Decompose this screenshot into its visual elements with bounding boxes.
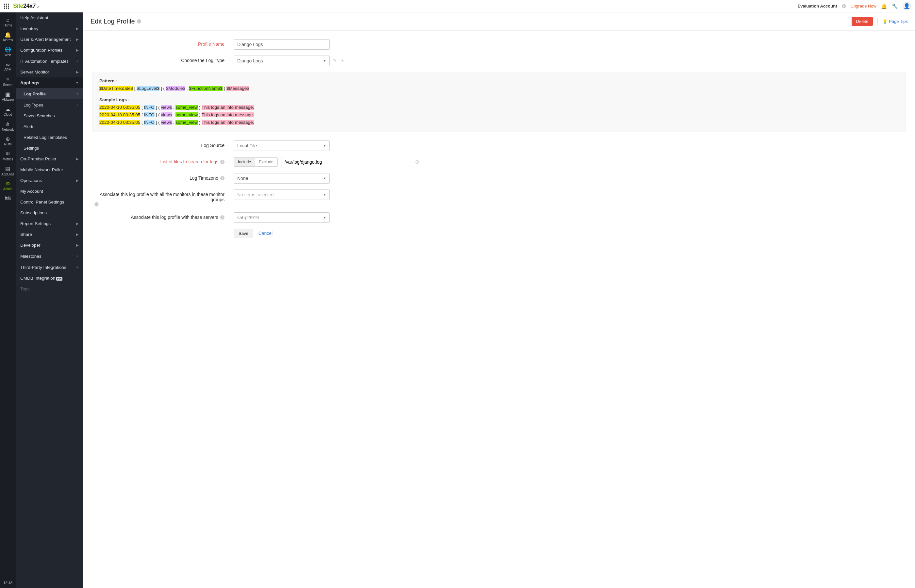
add-file-icon[interactable]: ⊕	[415, 159, 419, 165]
chevron-right-icon: ▶	[76, 27, 79, 31]
sidebar-item-it-automation-templates[interactable]: IT Automation Templates+	[16, 55, 83, 67]
info-icon[interactable]: i	[220, 160, 225, 164]
log-source-label: Log Source	[92, 141, 234, 148]
files-label: List of files to search for logsi	[92, 157, 234, 164]
sidebar-item-help-assistant[interactable]: Help Assistant	[16, 13, 83, 23]
sidebar-item-report-settings[interactable]: Report Settings▶	[16, 218, 83, 229]
sidebar-item-milestones[interactable]: Milestones+	[16, 250, 83, 262]
add-icon[interactable]: +	[76, 254, 79, 259]
sidebar-item-on-premise-poller[interactable]: On-Premise Poller▶	[16, 153, 83, 164]
info-icon[interactable]: i	[220, 176, 225, 180]
chevron-right-icon: ▶	[76, 48, 79, 52]
rail-server[interactable]: ≡Server	[1, 74, 14, 89]
timezone-label: Log Timezonei	[92, 173, 234, 181]
clock: 12:48	[3, 578, 13, 588]
rail-applogs[interactable]: ▤AppLogs	[1, 163, 14, 178]
edit-icon[interactable]: ✎	[333, 58, 337, 64]
sidebar-item-saved-searches[interactable]: Saved Searches	[16, 110, 83, 121]
chevron-right-icon: ▶	[76, 222, 79, 225]
add-icon[interactable]: ＋	[340, 58, 345, 64]
sidebar-item-control-panel-settings[interactable]: Control Panel Settings	[16, 197, 83, 207]
notifications-icon[interactable]: 🔔	[881, 3, 887, 9]
profile-name-input[interactable]	[234, 39, 330, 50]
sidebar-item-subscriptions[interactable]: Subscriptions	[16, 207, 83, 218]
include-exclude-toggle[interactable]: Include Exclude	[234, 157, 278, 166]
log-type-label: Choose the Log Type	[92, 55, 234, 63]
vmware-icon: ▣	[5, 92, 10, 97]
sidebar-item-operations[interactable]: Operations▶	[16, 175, 83, 186]
sidebar-item-cmdb-integration[interactable]: CMDB IntegrationPvt	[16, 273, 83, 284]
upgrade-link[interactable]: Upgrade Now	[850, 3, 877, 8]
sidebar-item-user-alert-management[interactable]: User & Alert Management▶	[16, 34, 83, 45]
save-button[interactable]: Save	[234, 229, 253, 238]
sidebar-item-my-account[interactable]: My Account	[16, 186, 83, 197]
add-icon[interactable]: +	[76, 91, 79, 96]
log-source-select[interactable]: Local File▼	[234, 141, 330, 151]
sidebar-item-alerts[interactable]: Alerts	[16, 121, 83, 132]
rail-network[interactable]: ⋔Network	[1, 119, 14, 134]
rail-apm[interactable]: ∞APM	[1, 59, 14, 74]
cloud-icon: ☁	[5, 107, 10, 112]
admin-icon: ⚙	[6, 181, 10, 187]
sample-log-row: 2020-04-10 03:35:05 [ INFO ] ( views . s…	[99, 119, 899, 126]
sidebar-item-mobile-network-poller[interactable]: Mobile Network Poller	[16, 164, 83, 175]
apm-icon: ∞	[6, 62, 10, 68]
cancel-link[interactable]: Cancel	[259, 231, 273, 236]
chevron-right-icon: ▶	[76, 233, 79, 236]
servers-select[interactable]: sat-pt3919▼	[234, 212, 330, 223]
tools-icon[interactable]: 🔧	[892, 3, 898, 9]
rail-admin[interactable]: ⚙Admin	[1, 178, 14, 193]
rail-edit[interactable]: Edit	[1, 193, 14, 202]
info-icon[interactable]: i	[220, 215, 225, 220]
rum-icon: ⊕	[6, 136, 10, 142]
add-icon[interactable]: +	[76, 265, 79, 270]
profile-name-label: Profile Name	[92, 39, 234, 47]
timezone-select[interactable]: None▼	[234, 173, 330, 184]
chevron-right-icon: ▶	[76, 243, 79, 247]
exclude-button[interactable]: Exclude	[255, 158, 277, 166]
sidebar-item-developer[interactable]: Developer▶	[16, 240, 83, 250]
sidebar-item-inventory[interactable]: Inventory▶	[16, 23, 83, 34]
avatar[interactable]: 👤	[902, 2, 911, 10]
sidebar-item-applogs[interactable]: AppLogs▼	[16, 78, 83, 88]
sidebar-item-share[interactable]: Share▶	[16, 229, 83, 240]
monitor-groups-select[interactable]: No items selected▼	[234, 189, 330, 200]
sidebar-item-tags[interactable]: Tags	[16, 284, 83, 294]
rail-rum[interactable]: ⊕RUM	[1, 134, 14, 149]
page-title: Edit Log Profile	[91, 18, 135, 25]
sidebar-item-log-profile[interactable]: Log Profile+	[16, 88, 83, 99]
sidebar-item-server-monitor[interactable]: Server Monitor▶	[16, 67, 83, 78]
web-icon: 🌐	[5, 47, 11, 53]
delete-button[interactable]: Delete	[852, 17, 873, 26]
sidebar-item-settings[interactable]: Settings	[16, 143, 83, 153]
chevron-right-icon: ▶	[76, 37, 79, 41]
info-icon[interactable]: i	[94, 202, 99, 207]
chevron-right-icon: ▶	[76, 157, 79, 161]
file-path-input[interactable]	[281, 157, 409, 167]
rail-vmware[interactable]: ▣VMware	[1, 89, 14, 104]
rail-alarms[interactable]: 🔔Alarms	[1, 29, 14, 44]
rail-web[interactable]: 🌐Web	[1, 44, 14, 59]
page-tips-link[interactable]: 💡Page Tips	[882, 19, 908, 24]
log-type-select[interactable]: Django Logs▼	[234, 55, 330, 66]
account-label: Evaluation Account	[798, 3, 837, 8]
add-icon[interactable]: +	[76, 102, 79, 107]
apps-grid-icon[interactable]	[4, 3, 9, 9]
sample-log-row: 2020-04-10 03:35:05 [ INFO ] ( views . s…	[99, 111, 899, 119]
sidebar-item-related-log-templates[interactable]: Related Log Templates	[16, 132, 83, 143]
sidebar-item-configuration-profiles[interactable]: Configuration Profiles▶	[16, 45, 83, 55]
info-icon[interactable]: i	[137, 19, 141, 24]
sidebar-item-third-party-integrations[interactable]: Third-Party Integrations+	[16, 262, 83, 273]
logo[interactable]: Site24x7⤢	[13, 3, 39, 10]
chevron-right-icon: ▶	[76, 179, 79, 182]
add-icon[interactable]: +	[76, 58, 79, 64]
sidebar-item-log-types[interactable]: Log Types+	[16, 99, 83, 110]
rail-home[interactable]: ⌂Home	[1, 15, 14, 29]
servers-label: Associate this log profile with these se…	[92, 212, 234, 220]
rail-metrics[interactable]: ≋Metrics	[1, 148, 14, 163]
rail-cloud[interactable]: ☁Cloud	[1, 104, 14, 119]
sidebar: Help AssistantInventory▶User & Alert Man…	[16, 13, 83, 588]
info-icon[interactable]: i	[842, 4, 846, 8]
include-button[interactable]: Include	[234, 158, 255, 166]
alarms-icon: 🔔	[5, 32, 11, 38]
